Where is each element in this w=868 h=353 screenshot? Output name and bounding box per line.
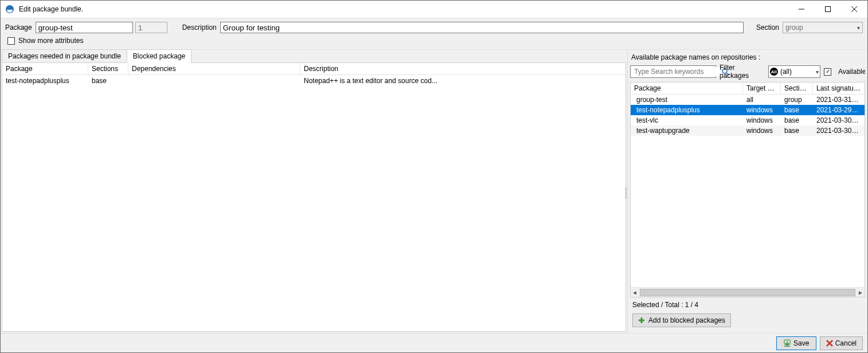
blocked-table-header: Package Sections Dependencies Descriptio… [2, 63, 625, 75]
close-button[interactable] [841, 1, 867, 18]
cell-last-signature: 2021-03-31T09... [813, 94, 865, 105]
cell-package: group-test [631, 94, 743, 105]
cell-package: test-notepadplusplus [631, 104, 743, 116]
available-label: Available [838, 68, 865, 76]
selection-status: Selected / Total : 1 / 4 [630, 297, 865, 312]
chevron-down-icon: ▾ [816, 69, 819, 75]
available-checkbox[interactable] [824, 68, 831, 76]
description-label: Description [182, 23, 217, 32]
plus-icon [638, 317, 645, 324]
tab-blocked[interactable]: Blocked package [127, 49, 191, 63]
horizontal-scrollbar[interactable]: ◄ ► [631, 287, 865, 297]
svg-rect-2 [826, 7, 831, 12]
col-sections[interactable]: Sections [781, 83, 813, 94]
cell-last-signature: 2021-03-30T15... [813, 125, 865, 136]
chevron-down-icon: ▾ [857, 25, 860, 31]
add-to-blocked-button[interactable]: Add to blocked packages [632, 313, 731, 327]
cell-target-os: all [743, 94, 781, 105]
filter-value: (all) [780, 68, 814, 76]
show-more-checkbox[interactable] [7, 37, 15, 45]
col-description[interactable]: Description [300, 63, 625, 74]
cancel-label: Cancel [835, 339, 857, 347]
package-input[interactable] [36, 22, 133, 33]
available-table-wrap: Package Target OS Sections Last signatur… [630, 82, 865, 297]
col-package[interactable]: Package [631, 83, 743, 94]
section-value: group [785, 23, 803, 32]
col-package[interactable]: Package [2, 63, 88, 74]
save-label: Save [793, 339, 809, 347]
filter-select[interactable]: All (all) ▾ [768, 65, 820, 78]
scroll-left-icon[interactable]: ◄ [632, 289, 638, 296]
tab-needed[interactable]: Packages needed in package bundle [2, 49, 127, 63]
cell-sections: base [781, 125, 813, 136]
scroll-right-icon[interactable]: ► [858, 289, 863, 296]
cell-target-os: windows [743, 115, 781, 126]
scroll-thumb[interactable] [640, 289, 855, 296]
cell-description: Notepad++ is a text editor and source co… [300, 75, 625, 87]
cell-sections: base [88, 75, 128, 87]
filter-label: Filter packages [720, 64, 765, 80]
description-input[interactable] [220, 22, 744, 33]
minimize-button[interactable] [788, 1, 815, 18]
table-row[interactable]: test-notepadplusplusbaseNotepad++ is a t… [2, 75, 625, 87]
available-header: Available package names on repositories … [630, 52, 865, 64]
body: Packages needed in package bundle Blocke… [1, 50, 867, 333]
cell-last-signature: 2021-03-29T17... [813, 104, 865, 116]
app-icon [5, 5, 14, 14]
search-box[interactable] [630, 65, 716, 78]
tabs: Packages needed in package bundle Blocke… [2, 49, 626, 63]
section-label: Section [756, 23, 779, 32]
form-area: Package Description Section group ▾ Show… [1, 18, 867, 50]
titlebar: Edit package bundle. [1, 1, 867, 18]
cell-package: test-waptupgrade [631, 125, 743, 136]
cell-sections: base [781, 115, 813, 126]
right-pane: Available package names on repositories … [628, 50, 867, 333]
show-more-label: Show more attributes [18, 37, 83, 45]
add-to-blocked-label: Add to blocked packages [648, 316, 725, 324]
table-row[interactable]: group-testallgroup2021-03-31T09... [631, 95, 865, 105]
cell-sections: group [781, 94, 813, 105]
cell-target-os: windows [743, 104, 781, 116]
table-row[interactable]: test-vlcwindowsbase2021-03-30T09... [631, 115, 865, 125]
cell-sections: base [781, 104, 813, 116]
maximize-button[interactable] [815, 1, 841, 18]
footer: Save Cancel [1, 333, 867, 352]
cell-target-os: windows [743, 125, 781, 136]
version-input[interactable] [135, 22, 167, 33]
col-target-os[interactable]: Target OS [743, 83, 781, 94]
window: Edit package bundle. Package Description… [0, 0, 868, 353]
search-input[interactable] [633, 67, 721, 76]
window-title: Edit package bundle. [19, 5, 83, 13]
available-table-header: Package Target OS Sections Last signatur… [631, 83, 865, 95]
cell-package: test-notepadplusplus [2, 75, 88, 87]
table-row[interactable]: test-waptupgradewindowsbase2021-03-30T15… [631, 125, 865, 136]
left-pane: Packages needed in package bundle Blocke… [1, 50, 628, 333]
cancel-button[interactable]: Cancel [820, 336, 863, 350]
col-dependencies[interactable]: Dependencies [128, 63, 300, 74]
save-icon [783, 339, 791, 347]
col-last-signature[interactable]: Last signature ... [813, 83, 865, 94]
cell-dependencies [128, 75, 300, 87]
cancel-icon [826, 340, 833, 347]
package-label: Package [5, 23, 32, 32]
filter-badge: All [770, 68, 778, 76]
blocked-table: Package Sections Dependencies Descriptio… [2, 62, 626, 332]
cell-last-signature: 2021-03-30T09... [813, 115, 865, 126]
splitter-handle[interactable] [624, 176, 628, 210]
col-sections[interactable]: Sections [88, 63, 128, 74]
table-row[interactable]: test-notepadpluspluswindowsbase2021-03-2… [631, 105, 865, 115]
section-select[interactable]: group ▾ [783, 22, 863, 33]
save-button[interactable]: Save [776, 336, 816, 350]
cell-package: test-vlc [631, 115, 743, 126]
available-table: Package Target OS Sections Last signatur… [631, 83, 865, 287]
